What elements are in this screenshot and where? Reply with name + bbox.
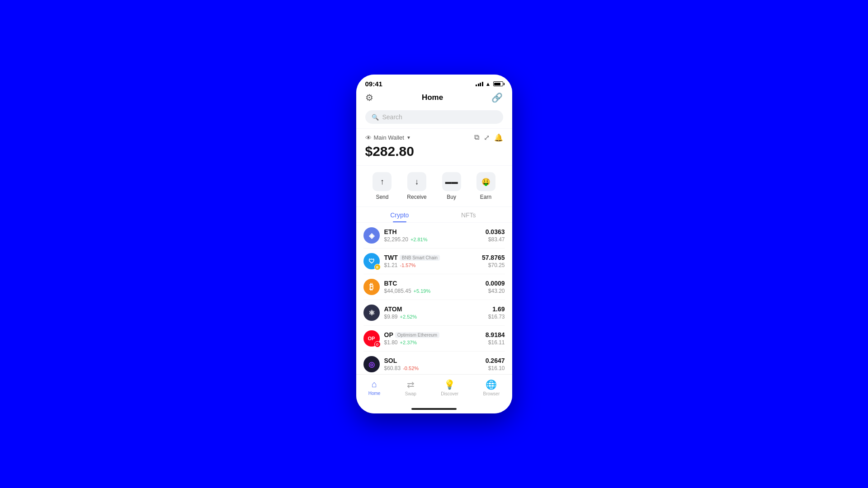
action-buttons: ↑ Send ↓ Receive ▬▬ Buy 🤑 Earn xyxy=(356,166,512,206)
page-title: Home xyxy=(422,93,443,102)
op-chain-badge: O xyxy=(374,341,381,347)
eth-info: ETH $2,295.20 +2.81% xyxy=(384,228,486,243)
eth-amounts: 0.0363 $83.47 xyxy=(486,228,505,243)
sol-name: SOL xyxy=(384,357,397,364)
send-icon: ↑ xyxy=(373,172,392,191)
tabs: Crypto NFTs xyxy=(356,207,512,222)
list-item[interactable]: ⚛ ATOM $9.89 +2.52% 1.69 $16.73 xyxy=(363,300,505,326)
battery-icon xyxy=(493,81,503,86)
atom-amount: 1.69 xyxy=(488,305,505,313)
atom-name: ATOM xyxy=(384,305,402,313)
send-label: Send xyxy=(376,194,388,200)
btc-amount: 0.0009 xyxy=(486,280,505,287)
search-input-wrap[interactable]: 🔍 Search xyxy=(365,110,503,124)
header: ⚙ Home 🔗 xyxy=(356,90,512,108)
sol-usd: $16.10 xyxy=(486,365,505,371)
atom-change: +2.52% xyxy=(400,314,417,319)
swap-label: Swap xyxy=(405,391,416,396)
eth-logo: ◈ xyxy=(363,227,380,244)
atom-logo: ⚛ xyxy=(363,305,380,321)
twt-usd: $70.25 xyxy=(482,262,505,268)
op-name: OP xyxy=(384,331,393,338)
op-chain: Optimism Ethereum xyxy=(395,332,439,338)
sol-amount: 0.2647 xyxy=(486,357,505,364)
twt-name: TWT xyxy=(384,254,398,261)
wallet-name-row[interactable]: 👁 Main Wallet ▼ xyxy=(365,134,411,141)
twt-info: TWT BNB Smart Chain $1.21 -1.57% xyxy=(384,254,482,268)
list-item[interactable]: OP O OP Optimism Ethereum $1.80 +2.37% 8… xyxy=(363,326,505,352)
btc-name: BTC xyxy=(384,280,397,287)
list-item[interactable]: ₿ BTC $44,085.45 +5.19% 0.0009 $43.20 xyxy=(363,274,505,300)
crypto-list: ◈ ETH $2,295.20 +2.81% 0.0363 $83.47 🛡 B xyxy=(356,223,512,374)
eth-name: ETH xyxy=(384,228,397,235)
sol-amounts: 0.2647 $16.10 xyxy=(486,357,505,371)
list-item[interactable]: ◈ ETH $2,295.20 +2.81% 0.0363 $83.47 xyxy=(363,223,505,249)
eth-usd: $83.47 xyxy=(486,236,505,243)
nav-swap[interactable]: ⇄ Swap xyxy=(398,378,424,397)
status-time: 09:41 xyxy=(365,80,382,88)
nav-browser[interactable]: 🌐 Browser xyxy=(476,378,507,397)
op-amount: 8.9184 xyxy=(486,331,505,338)
status-bar: 09:41 ▲ xyxy=(356,75,512,90)
twt-chain: BNB Smart Chain xyxy=(400,255,440,261)
nav-discover[interactable]: 💡 Discover xyxy=(434,378,466,397)
search-placeholder: Search xyxy=(382,113,402,121)
phone-frame: 09:41 ▲ ⚙ Home 🔗 🔍 Search xyxy=(356,75,512,413)
profile-icon[interactable]: 🔗 xyxy=(491,92,503,103)
settings-icon[interactable]: ⚙ xyxy=(365,92,373,103)
search-icon: 🔍 xyxy=(372,114,379,121)
nav-home[interactable]: ⌂ Home xyxy=(361,378,388,397)
list-item[interactable]: 🛡 B TWT BNB Smart Chain $1.21 -1.57% 57.… xyxy=(363,249,505,274)
bell-icon[interactable]: 🔔 xyxy=(494,133,503,142)
wallet-name: Main Wallet xyxy=(374,134,404,141)
browser-icon: 🌐 xyxy=(486,379,497,390)
op-info: OP Optimism Ethereum $1.80 +2.37% xyxy=(384,331,486,346)
eth-amount: 0.0363 xyxy=(486,228,505,235)
atom-info: ATOM $9.89 +2.52% xyxy=(384,305,488,320)
twt-change: -1.57% xyxy=(400,263,416,268)
tab-crypto[interactable]: Crypto xyxy=(365,207,434,222)
receive-button[interactable]: ↓ Receive xyxy=(407,172,426,200)
earn-icon: 🤑 xyxy=(476,172,495,191)
sol-change: -0.52% xyxy=(403,366,419,371)
op-amounts: 8.9184 $16.11 xyxy=(486,331,505,346)
bottom-nav: ⌂ Home ⇄ Swap 💡 Discover 🌐 Browser xyxy=(356,374,512,406)
list-item[interactable]: ◎ SOL $60.83 -0.52% 0.2647 $16.10 xyxy=(363,352,505,374)
buy-button[interactable]: ▬▬ Buy xyxy=(442,172,461,200)
wallet-section: 👁 Main Wallet ▼ ⧉ ⤢ 🔔 $282.80 xyxy=(356,129,512,165)
browser-label: Browser xyxy=(483,391,500,396)
home-icon: ⌂ xyxy=(372,379,377,389)
op-change: +2.37% xyxy=(400,340,417,345)
home-label: Home xyxy=(368,391,381,396)
receive-icon: ↓ xyxy=(407,172,426,191)
wifi-icon: ▲ xyxy=(486,81,491,87)
eye-icon: 👁 xyxy=(365,134,372,141)
signal-icon xyxy=(476,82,483,86)
wallet-balance: $282.80 xyxy=(365,144,503,159)
home-indicator xyxy=(356,406,512,413)
swap-icon: ⇄ xyxy=(407,379,415,390)
buy-label: Buy xyxy=(447,194,456,200)
discover-label: Discover xyxy=(441,391,458,396)
tab-nfts[interactable]: NFTs xyxy=(434,207,503,222)
home-bar xyxy=(411,408,457,410)
discover-icon: 💡 xyxy=(444,379,455,390)
twt-logo: 🛡 B xyxy=(363,253,380,269)
expand-icon[interactable]: ⤢ xyxy=(484,133,490,142)
atom-amounts: 1.69 $16.73 xyxy=(488,305,505,320)
twt-amount: 57.8765 xyxy=(482,254,505,261)
send-button[interactable]: ↑ Send xyxy=(373,172,392,200)
status-icons: ▲ xyxy=(476,81,503,87)
sol-price: $60.83 xyxy=(384,365,401,371)
twt-price: $1.21 xyxy=(384,262,398,268)
buy-icon: ▬▬ xyxy=(442,172,461,191)
op-price: $1.80 xyxy=(384,339,398,346)
copy-icon[interactable]: ⧉ xyxy=(474,133,479,142)
btc-usd: $43.20 xyxy=(486,288,505,294)
op-logo: OP O xyxy=(363,330,380,347)
earn-label: Earn xyxy=(480,194,491,200)
wallet-header: 👁 Main Wallet ▼ ⧉ ⤢ 🔔 xyxy=(365,133,503,142)
earn-button[interactable]: 🤑 Earn xyxy=(476,172,495,200)
eth-change: +2.81% xyxy=(410,237,428,242)
btc-price: $44,085.45 xyxy=(384,288,411,294)
